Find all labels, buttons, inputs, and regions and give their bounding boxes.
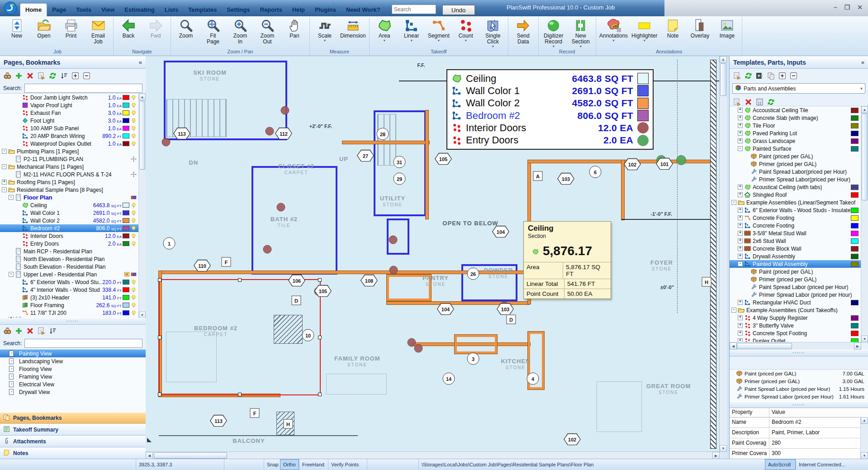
template-item-painted-wall-assembly[interactable]: -Painted Wall Assembly bbox=[730, 260, 861, 268]
expand-toggle-icon[interactable]: + bbox=[738, 108, 743, 113]
template-item-primer-spread-labor-priced-per-hour-[interactable]: Primer Spread Labor(priced per Hour) bbox=[730, 176, 861, 183]
expand-toggle-icon[interactable]: + bbox=[738, 208, 743, 213]
view-item-electrical-view[interactable]: Electrical View bbox=[0, 380, 146, 388]
xdel-icon[interactable] bbox=[26, 72, 34, 80]
parts-assemblies-dropdown[interactable]: Parts and Assemblies ▾ bbox=[732, 83, 865, 94]
expand-toggle-icon[interactable]: + bbox=[738, 185, 743, 190]
scroll-down-icon[interactable]: ▼ bbox=[861, 452, 868, 459]
template-item-rectangular-hvac-duct[interactable]: +Rectangular HVAC Duct bbox=[730, 299, 861, 306]
tree-item-mechanical-plans-1-pages-[interactable]: -Mechanical Plans [1 Pages] bbox=[0, 163, 139, 171]
view-item-drywall-view[interactable]: Drywall View bbox=[0, 388, 146, 396]
property-row-paint-coverag[interactable]: Paint Coverag280 bbox=[730, 438, 868, 449]
tree-item-100-amp-sub-panel[interactable]: 100 AMP Sub Panel1.0EA bbox=[0, 124, 139, 132]
scroll-left-icon[interactable]: ◀ bbox=[730, 342, 737, 350]
tree-item-11-7-8-tji-200[interactable]: 11 7/8" TJI 200183.0FT bbox=[0, 309, 139, 317]
template-item-3-5-8-metal-stud-wall[interactable]: +3-5/8" Metal Stud Wall bbox=[730, 229, 861, 237]
expand-toggle-icon[interactable]: - bbox=[738, 261, 743, 266]
property-grid-scrollbar[interactable]: ▲ ▼ bbox=[860, 417, 868, 459]
props-icon[interactable] bbox=[733, 72, 741, 80]
collapse-panel-icon[interactable]: » bbox=[861, 59, 864, 66]
expand-toggle-icon[interactable]: - bbox=[2, 164, 7, 169]
panel-bar-notes[interactable]: Notes bbox=[0, 447, 146, 459]
app-logo-icon[interactable] bbox=[4, 1, 17, 15]
part-item-paint-spread-labor-priced-per-hour-[interactable]: Paint Spread Labor (priced per Hour)1.15… bbox=[730, 385, 868, 393]
template-item-4-way-supply-register[interactable]: +4 Way Supply Register bbox=[730, 314, 861, 322]
tree-item-bedroom-2[interactable]: Bedroom #2806.0SQ FT bbox=[0, 224, 139, 232]
scroll-up-icon[interactable]: ▲ bbox=[139, 94, 146, 100]
visibility-bulb-icon[interactable] bbox=[131, 102, 137, 108]
expand-toggle-icon[interactable]: + bbox=[738, 331, 743, 336]
visibility-bulb-icon[interactable] bbox=[131, 218, 137, 223]
expall-icon[interactable] bbox=[778, 72, 786, 80]
template-item-paved-parking-lot[interactable]: +Paved Parking Lot bbox=[730, 129, 861, 137]
tree-item-floor-framing[interactable]: Floor Framing262.6SQ FT bbox=[0, 301, 139, 309]
reccam-icon[interactable] bbox=[756, 72, 764, 80]
tab-templates[interactable]: Templates bbox=[183, 4, 222, 16]
expand-toggle-icon[interactable]: + bbox=[738, 246, 743, 251]
scroll-right-icon[interactable]: ▶ bbox=[712, 452, 720, 459]
template-item-primer-spread-labor-priced-per-hour-[interactable]: Primer Spread Labor (priced per Hour) bbox=[730, 291, 861, 299]
tab-home[interactable]: Home bbox=[20, 3, 47, 16]
tree-item-20-amp-branch-wiring[interactable]: 20 AMP Branch Wiring890.2FT bbox=[0, 132, 139, 140]
visibility-bulb-icon[interactable] bbox=[131, 110, 137, 116]
expand-toggle-icon[interactable]: + bbox=[2, 180, 7, 185]
refresh-icon[interactable] bbox=[767, 98, 775, 106]
part-item-primer-spread-labor-priced-per-hour-[interactable]: Primer Spread Labor (priced per Hour)1.6… bbox=[730, 393, 868, 400]
visibility-bulb-icon[interactable] bbox=[131, 302, 137, 308]
visibility-bulb-icon[interactable] bbox=[131, 241, 137, 247]
visibility-bulb-icon[interactable] bbox=[131, 133, 137, 139]
back-button[interactable]: Back bbox=[115, 17, 142, 39]
binoc-icon[interactable] bbox=[4, 72, 11, 80]
expand-toggle-icon[interactable]: + bbox=[738, 254, 743, 259]
sort-icon[interactable] bbox=[49, 327, 57, 335]
floor-plan[interactable]: SKI ROOMSTONECLOSET #2CARPETBATH #2TILEU… bbox=[146, 56, 720, 452]
print-button[interactable]: Print bbox=[57, 17, 85, 39]
template-item-drywall-assembly[interactable]: +Drywall Assembly bbox=[730, 252, 861, 260]
copy-icon[interactable] bbox=[767, 72, 775, 80]
visibility-bulb-icon[interactable] bbox=[131, 279, 137, 285]
template-item-grass-landscape[interactable]: +Grass Landscape bbox=[730, 137, 861, 145]
visibility-bulb-icon[interactable] bbox=[131, 95, 137, 100]
highlighter-button[interactable]: Highlighter▾ bbox=[630, 17, 659, 43]
expand-toggle-icon[interactable]: + bbox=[738, 131, 743, 136]
tree-item-6-exterior-walls-wood-stu-[interactable]: 6" Exterior Walls - Wood Stu...220.0FT bbox=[0, 278, 139, 286]
panel-bar-takeoff-summary[interactable]: Takeoff Summary bbox=[0, 424, 146, 436]
zoom-in-button[interactable]: Zoom In bbox=[227, 17, 254, 45]
part-item-primer-priced-per-gal-[interactable]: Primer (priced per GAL)3.00 GAL bbox=[730, 377, 868, 385]
tab-settings[interactable]: Settings bbox=[222, 4, 255, 16]
quick-search-input[interactable] bbox=[392, 5, 436, 14]
visibility-bulb-icon[interactable] bbox=[131, 294, 137, 300]
tab-need-work-[interactable]: Need Work? bbox=[341, 4, 385, 16]
property-row-primer-covera[interactable]: Primer Covera300 bbox=[730, 449, 868, 459]
area-button[interactable]: Area▾ bbox=[371, 17, 398, 43]
new-section-button[interactable]: New Section▾ bbox=[567, 17, 594, 48]
templates-hscrollbar[interactable]: ◀ ▶ bbox=[730, 342, 861, 350]
props-icon[interactable] bbox=[38, 72, 45, 80]
visibility-bulb-icon[interactable] bbox=[131, 118, 137, 123]
tree-item-foot-light[interactable]: Foot Light3.0EA bbox=[0, 117, 139, 124]
close-button[interactable]: ✕ bbox=[857, 4, 863, 11]
template-item-tile-floor[interactable]: +Tile Floor bbox=[730, 122, 861, 129]
plus-icon[interactable] bbox=[15, 327, 23, 335]
pan-button[interactable]: Pan bbox=[281, 17, 308, 39]
template-item-concrete-slab-with-image-[interactable]: +Concrete Slab (with image) bbox=[730, 114, 861, 122]
visibility-bulb-icon[interactable] bbox=[131, 125, 137, 131]
expand-toggle-icon[interactable]: - bbox=[2, 187, 7, 192]
template-item-concrete-spot-footing[interactable]: +Concrete Spot Footing bbox=[730, 329, 861, 337]
refresh-icon[interactable] bbox=[49, 72, 57, 80]
panel-splitter[interactable]: ▪▪▪▪▪▪ bbox=[730, 350, 868, 356]
tree-item-4-interior-walls-wood-stud[interactable]: 4" Interior Walls - Wood Stud338.4FT bbox=[0, 286, 139, 294]
expand-toggle-icon[interactable]: - bbox=[731, 308, 736, 313]
visibility-bulb-icon[interactable] bbox=[131, 202, 137, 208]
props-icon[interactable] bbox=[38, 327, 45, 335]
scroll-down-icon[interactable]: ▼ bbox=[139, 312, 146, 318]
visibility-bulb-icon[interactable] bbox=[131, 310, 137, 316]
open-button[interactable]: Open bbox=[30, 17, 57, 39]
tree-item-plumbing-plans-1-pages-[interactable]: -Plumbing Plans [1 Pages] bbox=[0, 147, 139, 155]
part-item-paint-priced-per-gal-[interactable]: Paint (priced per GAL)7.00 GAL bbox=[730, 370, 868, 377]
tree-item-interior-doors[interactable]: Interior Doors12.0EA bbox=[0, 232, 139, 240]
tree-item-south-elevation-residential-plan[interactable]: South Elevation - Residential Plan bbox=[0, 263, 139, 271]
tree-item-vapor-proof-light[interactable]: Vapor Proof Light1.0EA bbox=[0, 101, 139, 109]
tab-reports[interactable]: Reports bbox=[255, 4, 287, 16]
scroll-right-icon[interactable]: ▶ bbox=[854, 342, 861, 350]
